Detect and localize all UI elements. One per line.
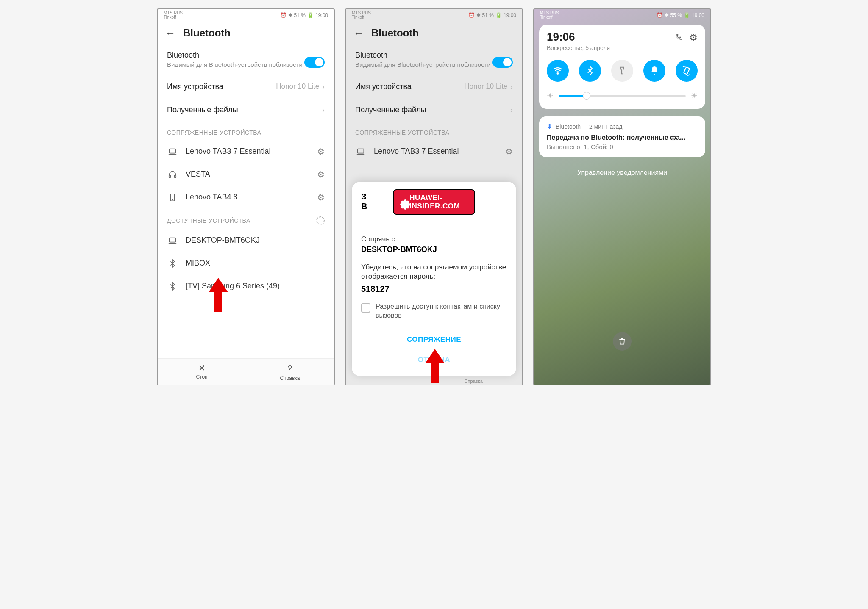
status-bar: MTS RUS Tinkoff ⏰ ✱ 55 % 🔋 19:00 [534, 9, 710, 21]
bluetooth-toggle-row[interactable]: Bluetooth Видимый для Bluetooth-устройст… [346, 45, 522, 75]
phone-icon [167, 192, 178, 203]
paired-device-row[interactable]: Lenovo TAB3 7 Essential ⚙ [346, 140, 522, 163]
available-device-row[interactable]: DESKTOP-BMT6OKJ [158, 229, 334, 252]
device-label: Lenovo TAB4 8 [186, 193, 309, 202]
header: ← Bluetooth [158, 21, 334, 45]
brightness-low-icon: ☀ [547, 91, 554, 100]
clock-text: 19:00 [692, 12, 704, 18]
status-carrier: MTS RUS Tinkoff [352, 11, 371, 19]
alarm-icon: ⏰ [657, 12, 663, 18]
pair-button[interactable]: СОПРЯЖЕНИЕ [361, 331, 507, 348]
brightness-track[interactable] [559, 95, 686, 97]
device-name-row[interactable]: Имя устройства Honor 10 Lite› [346, 75, 522, 98]
brightness-slider[interactable]: ☀ ☀ [547, 91, 698, 100]
qs-date: Воскресенье, 5 апреля [547, 44, 610, 51]
bluetooth-toggle-sub: Видимый для Bluetooth-устройств поблизос… [167, 61, 303, 69]
status-right: ⏰ ✱ 51 % 🔋 19:00 [468, 12, 516, 18]
received-files-row[interactable]: Полученные файлы › [158, 98, 334, 122]
received-files-row[interactable]: Полученные файлы › [346, 98, 522, 122]
bluetooth-toggle-label: Bluetooth [167, 51, 303, 60]
gear-icon[interactable]: ⚙ [317, 169, 325, 180]
pairing-dialog: ЗB HUAWEI-INSIDER.COM Сопрячь с: DESKTOP… [352, 182, 516, 376]
manage-notifications-link[interactable]: Управление уведомлениями [534, 169, 710, 177]
paired-device-row[interactable]: Lenovo TAB4 8 ⚙ [158, 186, 334, 209]
headphones-icon [167, 169, 178, 180]
chevron-right-icon: › [510, 105, 513, 115]
stop-scan-button[interactable]: ✕ Стоп [158, 359, 246, 385]
device-name-row[interactable]: Имя устройства Honor 10 Lite › [158, 75, 334, 98]
qs-time: 19:06 [547, 30, 610, 44]
svg-rect-1 [169, 175, 171, 177]
svg-rect-5 [170, 238, 176, 242]
allow-contacts-row[interactable]: Разрешить доступ к контактам и списку вы… [361, 302, 507, 320]
edit-icon[interactable]: ✎ [675, 32, 682, 43]
svg-rect-6 [358, 149, 364, 153]
bluetooth-icon: ✱ [665, 12, 669, 18]
pair-hint-text: Убедитесь, что на сопрягаемом устройстве… [361, 263, 507, 282]
notif-title: Передача по Bluetooth: полученные фа... [547, 134, 698, 141]
bluetooth-icon: ✱ [288, 12, 292, 18]
svg-rect-2 [175, 175, 176, 177]
paired-device-row[interactable]: Lenovo TAB3 7 Essential ⚙ [158, 140, 334, 163]
laptop-icon [167, 146, 178, 157]
bluetooth-icon [167, 258, 178, 269]
back-button[interactable]: ← [353, 27, 364, 39]
status-bar: MTS RUS Tinkoff ⏰ ✱ 51 % 🔋 19:00 [158, 9, 334, 21]
svg-point-4 [172, 199, 172, 199]
gear-icon[interactable]: ⚙ [317, 147, 325, 157]
bluetooth-icon: ✱ [476, 12, 481, 18]
battery-icon: 🔋 [684, 12, 690, 18]
watermark-text: HUAWEI-INSIDER.COM [409, 194, 467, 210]
flashlight-toggle[interactable] [611, 60, 633, 82]
status-carrier: MTS RUS Tinkoff [164, 11, 183, 19]
bluetooth-toggle[interactable] [579, 60, 601, 82]
device-label: DESKTOP-BMT6OKJ [186, 236, 325, 245]
cancel-button[interactable]: ОТМЕНА [361, 352, 507, 368]
clear-all-button[interactable] [613, 332, 632, 351]
bluetooth-toggle-row[interactable]: Bluetooth Видимый для Bluetooth-устройст… [158, 45, 334, 75]
notif-body: Выполнено: 1, Сбой: 0 [547, 143, 698, 150]
page-title: Bluetooth [183, 27, 231, 39]
notification-card[interactable]: ⬇ Bluetooth · 2 мин назад Передача по Bl… [539, 116, 705, 157]
gear-icon[interactable]: ⚙ [317, 192, 325, 202]
paired-device-row[interactable]: VESTA ⚙ [158, 163, 334, 186]
back-button[interactable]: ← [165, 27, 175, 39]
gear-icon[interactable]: ⚙ [689, 32, 698, 43]
laptop-icon [167, 235, 178, 246]
close-icon: ✕ [158, 363, 246, 373]
battery-icon: 🔋 [307, 12, 314, 18]
battery-icon: 🔋 [495, 12, 502, 18]
device-name-value: Honor 10 Lite [464, 82, 507, 91]
status-right: ⏰ ✱ 55 % 🔋 19:00 [657, 12, 704, 18]
bottom-toolbar: ✕ Стоп ？ Справка [158, 358, 334, 385]
auto-rotate-toggle[interactable] [676, 60, 698, 82]
bluetooth-toggle-switch[interactable] [304, 57, 325, 68]
battery-text: 55 % [670, 12, 682, 18]
received-files-label: Полученные файлы [167, 105, 238, 114]
notif-age: 2 мин назад [589, 123, 622, 130]
available-device-row[interactable]: [TV] Samsung 6 Series (49) [158, 275, 334, 298]
help-icon: ？ [246, 363, 334, 374]
allow-contacts-checkbox[interactable] [361, 303, 370, 313]
help-button[interactable]: ？ Справка [246, 359, 334, 385]
download-icon: ⬇ [547, 122, 552, 130]
notifications-toggle[interactable] [643, 60, 665, 82]
wifi-toggle[interactable] [547, 60, 569, 82]
bluetooth-toggle-switch[interactable] [492, 57, 513, 68]
svg-rect-0 [170, 149, 176, 153]
bluetooth-toggle-sub: Видимый для Bluetooth-устройств поблизос… [355, 61, 491, 69]
available-devices-header: ДОСТУПНЫЕ УСТРОЙСТВА [158, 209, 334, 229]
gear-icon[interactable]: ⚙ [505, 147, 513, 157]
device-name-label: Имя устройства [167, 82, 223, 91]
device-label: [TV] Samsung 6 Series (49) [186, 282, 325, 291]
brightness-high-icon: ☀ [691, 91, 698, 100]
pair-device-name: DESKTOP-BMT6OKJ [361, 245, 507, 254]
header: ← Bluetooth [346, 21, 522, 45]
device-label: MIBOX [186, 259, 325, 268]
watermark-badge: HUAWEI-INSIDER.COM [393, 189, 475, 215]
device-label: Lenovo TAB3 7 Essential [374, 147, 498, 156]
device-label: Lenovo TAB3 7 Essential [186, 147, 309, 156]
available-device-row[interactable]: MIBOX [158, 252, 334, 275]
notif-source: Bluetooth [556, 123, 581, 130]
clock-text: 19:00 [315, 12, 328, 18]
